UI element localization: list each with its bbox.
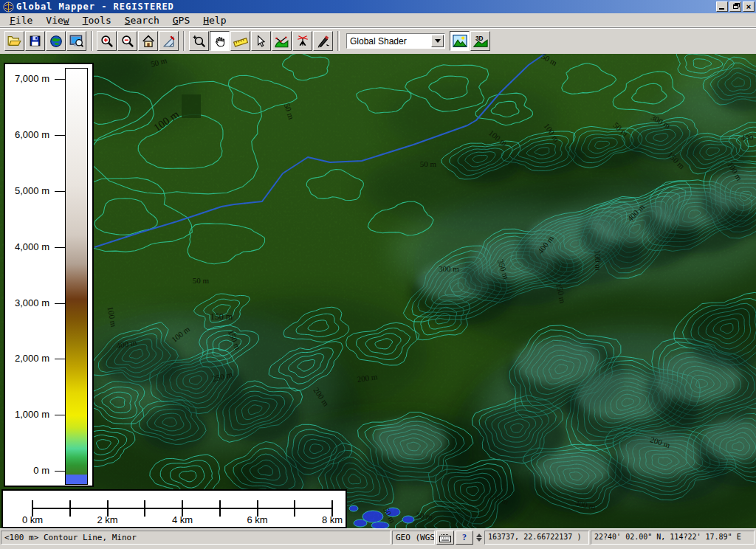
- legend-tick-label: 0 m: [5, 465, 49, 476]
- digitizer-tool-button[interactable]: [313, 31, 333, 51]
- scale-bar-label: 0 km: [12, 514, 53, 525]
- open-file-icon: [7, 35, 21, 47]
- window-title: Global Mapper - REGISTERED: [16, 1, 715, 12]
- legend-tick-label: 1,000 m: [5, 409, 49, 420]
- measure-tool-icon: [233, 35, 248, 48]
- shader-dropdown[interactable]: Global Shader: [346, 33, 445, 49]
- show-images-button[interactable]: [450, 31, 470, 51]
- view-3d-icon: 3D: [473, 34, 488, 48]
- cursor-coordinates: 163737, 22.66722137 ): [484, 531, 589, 545]
- zoom-out-button[interactable]: [117, 31, 137, 51]
- save-icon: [29, 35, 41, 47]
- full-view-icon: [142, 35, 155, 48]
- digitizer-tool-icon: [317, 35, 330, 48]
- minimize-button[interactable]: [716, 1, 728, 12]
- show-images-icon: [453, 34, 467, 48]
- contour-label: 300 m: [439, 264, 459, 273]
- zoom-tool-button[interactable]: [189, 31, 209, 51]
- scale-bar-label: 6 km: [237, 514, 278, 525]
- spinner-up-icon: [476, 534, 482, 537]
- legend-tick: [55, 79, 65, 80]
- path-profile-icon: [275, 35, 289, 48]
- scale-bar-tick: [219, 500, 221, 517]
- help-button[interactable]: ?: [456, 531, 473, 545]
- legend-tick-label: 4,000 m: [5, 241, 49, 252]
- legend-tick: [55, 359, 65, 359]
- contour-label: 50 m: [420, 159, 437, 168]
- contour-label: 50 m: [193, 276, 210, 285]
- full-view-button[interactable]: [138, 31, 158, 51]
- app-window: Global Mapper - REGISTERED × FileViewToo…: [0, 0, 756, 549]
- keyboard-icon: [439, 534, 451, 542]
- status-message: <100 m> Contour Line, Minor: [1, 531, 391, 545]
- restore-button[interactable]: [729, 1, 741, 12]
- zoom-in-button[interactable]: [97, 31, 117, 51]
- title-bar: Global Mapper - REGISTERED ×: [0, 0, 756, 13]
- legend-tick-label: 5,000 m: [5, 185, 49, 196]
- save-button[interactable]: [25, 31, 45, 51]
- menu-view[interactable]: View: [39, 14, 75, 27]
- menu-file[interactable]: File: [3, 14, 39, 27]
- contour-label: 100 m: [594, 250, 603, 272]
- scale-bar-tick: [294, 500, 295, 517]
- pick-tool-icon: [255, 35, 267, 48]
- menu-tools[interactable]: Tools: [76, 14, 118, 27]
- screen-capture-icon: [69, 35, 83, 48]
- view-3d-button[interactable]: 3D: [470, 31, 490, 51]
- scale-bar-label: 8 km: [312, 514, 353, 525]
- open-file-button[interactable]: [4, 31, 24, 51]
- download-online-data-icon: [49, 35, 63, 48]
- configure-button[interactable]: [159, 31, 179, 51]
- menu-gps[interactable]: GPS: [166, 14, 196, 27]
- help-icon: ?: [462, 532, 467, 543]
- close-icon: ×: [746, 3, 751, 10]
- minimize-icon: [719, 8, 724, 10]
- legend-tick-label: 3,000 m: [5, 297, 49, 308]
- legend-tick-label: 7,000 m: [5, 73, 49, 84]
- view-shed-button[interactable]: [292, 31, 312, 51]
- scale-bar-tick: [144, 500, 145, 517]
- pan-tool-button[interactable]: [210, 31, 230, 51]
- coordinate-format-spinner[interactable]: [475, 531, 483, 545]
- legend-tick: [55, 247, 65, 248]
- pan-tool-icon: [213, 35, 227, 48]
- toolbar-separator: [183, 31, 185, 51]
- menu-bar: FileViewToolsSearchGPSHelp: [0, 13, 756, 27]
- configure-icon: [162, 35, 176, 48]
- legend-tick: [55, 303, 65, 304]
- shader-dropdown-value: Global Shader: [347, 36, 431, 46]
- legend-tick-label: 6,000 m: [5, 129, 49, 140]
- contour-label: 150 m: [210, 311, 233, 322]
- toolbar-separator: [91, 31, 93, 51]
- cursor-position: 22?40' 02.00" N, 114?22' 17.89" E: [591, 531, 755, 545]
- menu-search[interactable]: Search: [118, 14, 166, 27]
- projection-panel: GEO (WGS84): [392, 531, 435, 545]
- pick-tool-button[interactable]: [251, 31, 271, 51]
- scale-bar-label: 4 km: [162, 514, 203, 525]
- zoom-in-icon: [100, 35, 114, 48]
- measure-tool-button[interactable]: [230, 31, 250, 51]
- scale-bar-tick: [69, 500, 71, 517]
- spinner-down-icon: [476, 538, 482, 542]
- coordinate-entry-button[interactable]: [436, 531, 454, 545]
- svg-text:3D: 3D: [475, 35, 483, 42]
- status-bar: <100 m> Contour Line, Minor GEO (WGS84) …: [0, 528, 756, 549]
- contour-label: 400: [741, 133, 754, 142]
- view-shed-icon: [296, 35, 309, 48]
- legend-tick: [55, 471, 65, 472]
- legend-tick: [55, 191, 65, 192]
- toolbar-separator: [337, 31, 340, 51]
- scale-bar: 0 km2 km4 km6 km8 km: [1, 489, 347, 528]
- close-button[interactable]: ×: [743, 1, 755, 12]
- map-canvas[interactable]: 50 m100 m50 m50 m50 m100 m100 m50 m300 m…: [0, 54, 756, 528]
- path-profile-button[interactable]: [272, 31, 292, 51]
- legend-tick: [55, 135, 65, 136]
- download-online-data-button[interactable]: [46, 31, 66, 51]
- toolbar: Global Shader 3D: [0, 27, 756, 54]
- screen-capture-button[interactable]: [66, 31, 86, 51]
- scale-bar-label: 2 km: [87, 514, 128, 525]
- zoom-tool-icon: [193, 35, 206, 48]
- chevron-down-icon[interactable]: [431, 35, 444, 47]
- legend-tick: [55, 415, 65, 415]
- menu-help[interactable]: Help: [196, 14, 233, 27]
